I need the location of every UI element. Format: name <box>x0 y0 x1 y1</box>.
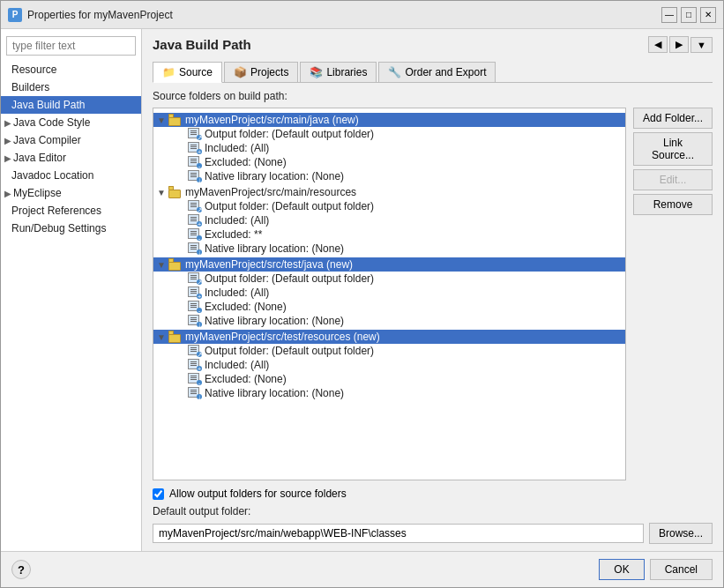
window-icon: P <box>8 8 22 22</box>
prop-icon-output-main-resources: ↗ <box>188 200 202 212</box>
allow-output-checkbox[interactable] <box>153 488 164 500</box>
allow-output-label: Allow output folders for source folders <box>169 488 347 500</box>
panel-title-nav: ◀ ▶ ▼ <box>648 36 713 53</box>
tree-row-src-test-resources[interactable]: ▼ myMavenProject/src/test/resources (new… <box>153 330 625 344</box>
prop-icon-included-main-java: + <box>188 142 202 154</box>
tree-item-src-main-java[interactable]: ▼ myMavenProject/src/main/java (new) <box>153 112 625 184</box>
title-bar-left: P Properties for myMavenProject <box>8 8 173 22</box>
browse-button[interactable]: Browse... <box>649 523 713 544</box>
link-source-button[interactable]: Link Source... <box>633 132 713 166</box>
prop-icon-output-test-java: ↗ <box>188 272 202 285</box>
sidebar-item-run-debug-settings[interactable]: Run/Debug Settings <box>1 220 141 237</box>
folder-icon-src-test-java <box>168 258 183 271</box>
main-content: Resource Builders Java Build Path ▶ Java… <box>1 29 723 551</box>
tab-libraries[interactable]: 📚 Libraries <box>300 62 377 82</box>
minimize-button[interactable]: — <box>661 7 677 23</box>
tree-label-excluded-main-resources: Excluded: ** <box>205 228 262 241</box>
source-tree[interactable]: ▼ myMavenProject/src/main/java (new) <box>153 108 626 480</box>
prop-icon-excluded-main-java: - <box>188 156 202 168</box>
tree-row-native-test-resources[interactable]: ↓ Native library location: (None) <box>153 386 625 400</box>
prop-icon-excluded-test-resources: - <box>188 373 202 385</box>
back-button[interactable]: ◀ <box>648 36 668 53</box>
close-button[interactable]: ✕ <box>700 7 716 23</box>
tab-order-and-export[interactable]: 🔧 Order and Export <box>378 62 496 82</box>
tree-row-native-test-java[interactable]: ↓ Native library location: (None) <box>153 314 625 328</box>
tree-label-native-main-resources: Native library location: (None) <box>205 242 344 255</box>
tree-item-src-test-java[interactable]: ▼ myMavenProject/src/test/java (new) <box>153 257 625 329</box>
prop-icon-excluded-main-resources: - <box>188 228 202 241</box>
tree-label-included-main-java: Included: (All) <box>205 142 269 154</box>
footer-right: OK Cancel <box>599 559 713 580</box>
tree-item-src-main-resources[interactable]: ▼ myMavenProject/src/main/resources <box>153 184 625 257</box>
tree-row-output-main-java[interactable]: ↗ Output folder: (Default output folder) <box>153 127 625 141</box>
tree-row-output-test-resources[interactable]: ↗ Output folder: (Default output folder) <box>153 344 625 358</box>
tree-label-output-main-java: Output folder: (Default output folder) <box>205 128 374 140</box>
sidebar-item-resource[interactable]: Resource <box>1 61 141 78</box>
tab-source-label: Source <box>179 66 213 78</box>
tree-row-included-main-java[interactable]: + Included: (All) <box>153 141 625 155</box>
sidebar-item-builders[interactable]: Builders <box>1 78 141 96</box>
prop-icon-included-test-java: + <box>188 287 202 299</box>
tree-row-included-test-resources[interactable]: + Included: (All) <box>153 358 625 372</box>
folder-icon-src-test-resources <box>168 331 183 343</box>
tree-row-included-test-java[interactable]: + Included: (All) <box>153 286 625 300</box>
prop-icon-output-main-java: ↗ <box>188 128 202 140</box>
ok-button[interactable]: OK <box>599 559 644 580</box>
tree-row-src-test-java[interactable]: ▼ myMavenProject/src/test/java (new) <box>153 257 625 272</box>
output-folder-row: Browse... <box>153 523 713 544</box>
tree-row-excluded-main-resources[interactable]: - Excluded: ** <box>153 227 625 242</box>
tree-row-output-main-resources[interactable]: ↗ Output folder: (Default output folder) <box>153 199 625 213</box>
tree-label-native-test-resources: Native library location: (None) <box>205 387 344 399</box>
panel-body: Source folders on build path: ▼ <box>153 90 713 544</box>
tab-source[interactable]: 📁 Source <box>153 62 222 83</box>
prop-icon-excluded-test-java: - <box>188 301 202 313</box>
edit-button[interactable]: Edit... <box>633 169 713 190</box>
source-tab-icon: 📁 <box>162 66 175 78</box>
tree-label-output-test-java: Output folder: (Default output folder) <box>205 272 374 285</box>
tree-row-excluded-main-java[interactable]: - Excluded: (None) <box>153 155 625 169</box>
maximize-button[interactable]: □ <box>681 7 697 23</box>
tree-row-native-main-resources[interactable]: ↓ Native library location: (None) <box>153 242 625 256</box>
sidebar-item-java-compiler[interactable]: ▶ Java Compiler <box>1 131 141 149</box>
sidebar-item-project-references[interactable]: Project References <box>1 202 141 220</box>
tree-label-src-main-java: myMavenProject/src/main/java (new) <box>185 114 359 126</box>
tree-item-src-test-resources[interactable]: ▼ myMavenProject/src/test/resources (new… <box>153 329 625 401</box>
sidebar-item-java-build-path[interactable]: Java Build Path <box>1 96 141 114</box>
tree-label-output-test-resources: Output folder: (Default output folder) <box>205 345 374 357</box>
help-button[interactable]: ? <box>11 560 31 579</box>
filter-input[interactable] <box>6 36 136 56</box>
forward-button[interactable]: ▶ <box>669 36 689 53</box>
prop-icon-native-test-java: ↓ <box>188 315 202 327</box>
libraries-tab-icon: 📚 <box>310 66 323 78</box>
tree-row-output-test-java[interactable]: ↗ Output folder: (Default output folder) <box>153 272 625 286</box>
tab-projects-label: Projects <box>250 66 288 78</box>
title-bar: P Properties for myMavenProject — □ ✕ <box>1 1 723 29</box>
sidebar-item-javadoc-location[interactable]: Javadoc Location <box>1 167 141 184</box>
dropdown-button[interactable]: ▼ <box>690 37 713 53</box>
sidebar-item-myeclipse[interactable]: ▶ MyEclipse <box>1 184 141 202</box>
checkbox-row: Allow output folders for source folders <box>153 488 713 500</box>
prop-icon-included-main-resources: + <box>188 214 202 227</box>
sidebar-item-java-editor[interactable]: ▶ Java Editor <box>1 149 141 167</box>
tree-label-src-test-resources: myMavenProject/src/test/resources (new) <box>185 331 380 343</box>
sidebar-item-java-code-style[interactable]: ▶ Java Code Style <box>1 114 141 131</box>
sidebar: Resource Builders Java Build Path ▶ Java… <box>1 29 142 551</box>
tree-row-src-main-resources[interactable]: ▼ myMavenProject/src/main/resources <box>153 185 625 199</box>
tree-row-included-main-resources[interactable]: + Included: (All) <box>153 213 625 227</box>
output-folder-input[interactable] <box>153 524 644 543</box>
tab-projects[interactable]: 📦 Projects <box>224 62 298 82</box>
tree-row-excluded-test-java[interactable]: - Excluded: (None) <box>153 300 625 314</box>
window-title: Properties for myMavenProject <box>27 9 173 21</box>
tab-libraries-label: Libraries <box>326 66 367 78</box>
tree-arrow-src-main-resources: ▼ <box>157 188 166 197</box>
tree-arrow-src-test-resources: ▼ <box>157 332 166 342</box>
expand-arrow-java-editor: ▶ <box>4 153 11 163</box>
tree-row-native-main-java[interactable]: ↓ Native library location: (None) <box>153 169 625 183</box>
tree-row-src-main-java[interactable]: ▼ myMavenProject/src/main/java (new) <box>153 113 625 127</box>
add-folder-button[interactable]: Add Folder... <box>633 108 713 129</box>
cancel-button[interactable]: Cancel <box>650 559 713 580</box>
tree-row-excluded-test-resources[interactable]: - Excluded: (None) <box>153 372 625 386</box>
footer-left: ? <box>11 560 31 579</box>
remove-button[interactable]: Remove <box>633 194 713 215</box>
order-tab-icon: 🔧 <box>388 66 401 78</box>
